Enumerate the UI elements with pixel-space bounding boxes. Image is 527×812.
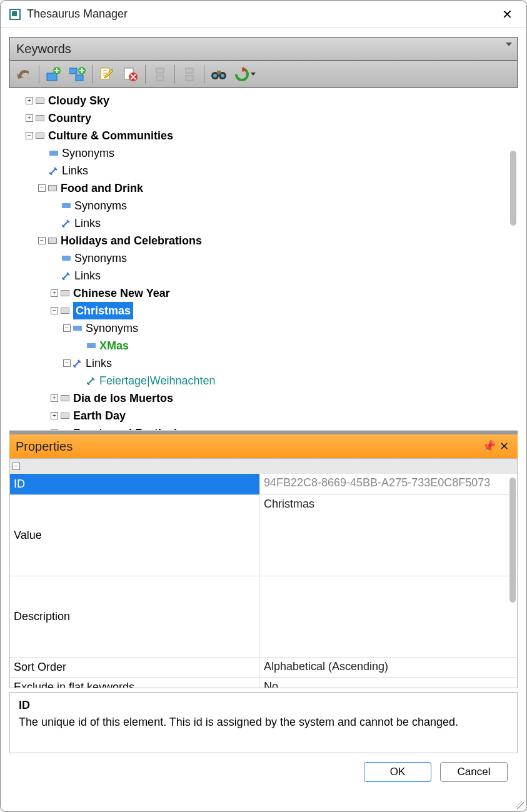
property-row-exclude-flat[interactable]: Exclude in flat keywords No (10, 678, 517, 688)
svg-rect-2 (69, 68, 77, 74)
expand-icon[interactable]: + (26, 114, 33, 122)
tree-item[interactable]: − Culture & Communities (13, 127, 518, 144)
property-row-sort-order[interactable]: Sort Order Alphabetical (Ascending) (10, 658, 517, 678)
move-down-icon (183, 67, 196, 82)
property-name: Sort Order (10, 658, 260, 677)
toolbar-separator (92, 65, 93, 84)
keyword-icon (61, 308, 69, 314)
tree-scrollbar[interactable] (510, 151, 516, 226)
tree-view[interactable]: + Cloudy Sky + Country − Culture & Commu… (9, 88, 518, 431)
edit-button[interactable] (96, 64, 118, 85)
tree-item-links[interactable]: − Links (13, 354, 518, 372)
property-help-box: ID The unique id of this element. This i… (9, 692, 518, 753)
tree-item-label: Synonyms (86, 319, 138, 337)
property-row-id[interactable]: ID 94FB22C8-8669-45BB-A275-733E0C8F5073 (10, 474, 517, 495)
tree-item-label: Links (86, 354, 112, 372)
tree-item-label: Chinese New Year (73, 284, 170, 302)
toolbar-separator (174, 65, 175, 84)
keyword-icon (61, 430, 69, 431)
collapse-icon[interactable]: − (38, 184, 46, 192)
tree-item[interactable]: + Country (13, 109, 518, 127)
tree-item[interactable]: − Feasts and Festivals (13, 424, 518, 431)
property-row-description[interactable]: Description (10, 576, 517, 658)
tree-item-label: Links (74, 267, 101, 284)
link-icon (87, 376, 96, 385)
undo-button[interactable] (14, 64, 35, 85)
tree-item-synonyms[interactable]: − Synonyms (13, 319, 518, 337)
tree-item-label: Culture & Communities (48, 127, 173, 144)
tree-item[interactable]: + Earth Day (13, 407, 518, 424)
tree-item-label: Feiertage|Weihnachten (99, 372, 215, 389)
collapse-icon[interactable]: − (51, 307, 58, 314)
synonym-icon (73, 326, 82, 331)
thesaurus-selector-combo[interactable]: Keywords (9, 37, 518, 61)
pin-icon[interactable]: 📌 (481, 439, 496, 453)
delete-icon (123, 67, 138, 82)
add-child-button[interactable] (67, 64, 88, 85)
collapse-icon[interactable]: − (26, 132, 33, 139)
ok-button[interactable]: OK (364, 762, 431, 782)
tree-item-links[interactable]: Links (13, 267, 518, 284)
tree-item-selected[interactable]: − Christmas (13, 302, 518, 319)
tree-item-links[interactable]: Links (13, 162, 518, 179)
properties-panel: Properties 📌 ✕ − ID 94FB22C8-8669-45BB-A… (9, 434, 518, 753)
tree-item[interactable]: + Cloudy Sky (13, 92, 518, 109)
tree-item[interactable]: − Holidays and Celebrations (13, 232, 518, 249)
tree-item-label: Feasts and Festivals (73, 424, 183, 431)
move-up-button[interactable] (149, 64, 171, 85)
svg-rect-16 (217, 71, 221, 74)
link-icon (62, 219, 71, 228)
toolbar-separator (145, 65, 146, 84)
property-value: No (260, 678, 517, 688)
move-down-button[interactable] (179, 64, 200, 85)
tree-item-synonyms[interactable]: Synonyms (13, 249, 518, 267)
close-icon[interactable]: ✕ (497, 4, 518, 24)
collapse-icon[interactable]: − (63, 359, 71, 367)
collapse-icon[interactable]: − (63, 324, 71, 332)
properties-grid[interactable]: − ID 94FB22C8-8669-45BB-A275-733E0C8F507… (9, 458, 518, 688)
add-sibling-icon (46, 67, 62, 82)
tree-item-synonyms[interactable]: Synonyms (13, 144, 518, 162)
tree-item[interactable]: + Dia de los Muertos (13, 389, 518, 407)
add-sibling-button[interactable] (43, 64, 64, 85)
delete-button[interactable] (120, 64, 141, 85)
close-panel-icon[interactable]: ✕ (496, 439, 511, 453)
tree-item-links[interactable]: Links (13, 214, 518, 232)
tree-item[interactable]: + Chinese New Year (13, 284, 518, 302)
collapse-icon[interactable]: − (51, 429, 58, 431)
expand-icon[interactable]: + (26, 97, 33, 104)
tree-item-link-value[interactable]: Feiertage|Weihnachten (13, 372, 518, 389)
category-row[interactable]: − (10, 459, 517, 474)
synonym-icon (62, 203, 71, 208)
expand-icon[interactable]: + (51, 289, 58, 297)
properties-title: Properties (16, 439, 73, 454)
tree-item-label: Dia de los Muertos (73, 389, 173, 407)
property-help-text: The unique id of this element. This id i… (19, 716, 508, 729)
resize-grip-icon[interactable] (516, 801, 524, 809)
thesaurus-selector-value: Keywords (16, 42, 71, 56)
tree-item-synonym-value[interactable]: XMas (13, 337, 518, 354)
properties-header: Properties 📌 ✕ (9, 434, 518, 458)
toolbar-separator (39, 65, 39, 84)
keyword-icon (48, 238, 57, 244)
svg-rect-10 (186, 68, 193, 73)
collapse-icon[interactable]: − (13, 463, 20, 470)
expand-icon[interactable]: + (51, 412, 58, 419)
synonym-icon (49, 151, 58, 156)
find-button[interactable] (208, 64, 229, 85)
cancel-button[interactable]: Cancel (440, 762, 508, 782)
properties-scrollbar[interactable] (509, 478, 516, 603)
chevron-down-icon (506, 43, 512, 46)
binoculars-icon (211, 68, 227, 81)
tree-item-label: Synonyms (62, 144, 114, 162)
tree-item[interactable]: − Food and Drink (13, 179, 518, 197)
toolbar (9, 61, 518, 88)
add-child-icon (69, 67, 86, 82)
tree-item-label: Earth Day (73, 407, 126, 424)
collapse-icon[interactable]: − (38, 237, 46, 244)
property-row-value[interactable]: Value Christmas (10, 495, 517, 576)
expand-icon[interactable]: + (51, 394, 58, 402)
tree-item-label: Christmas (73, 302, 133, 319)
tree-item-synonyms[interactable]: Synonyms (13, 197, 518, 214)
refresh-button[interactable] (232, 64, 258, 85)
